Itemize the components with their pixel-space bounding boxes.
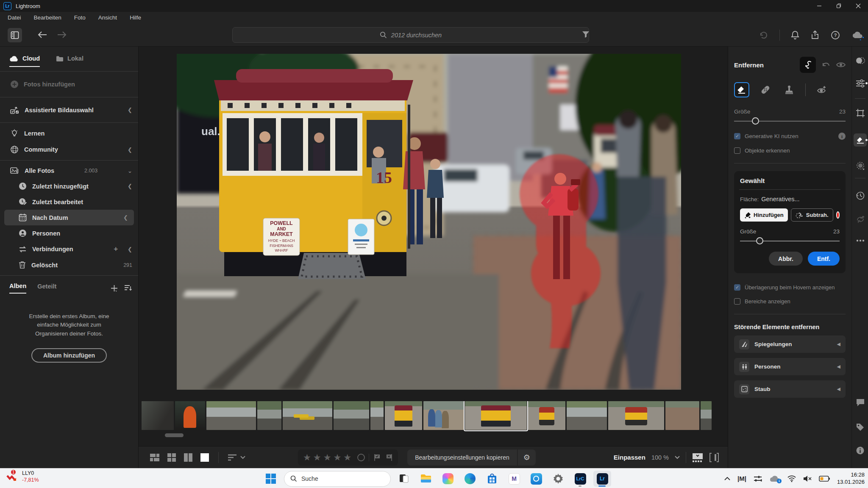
versions-sync-icon[interactable] <box>852 213 868 226</box>
detect-objects-checkbox[interactable] <box>734 147 740 154</box>
zoom-chevron-icon[interactable] <box>675 456 680 459</box>
sidebar-item-community[interactable]: Community ❮ <box>0 141 138 158</box>
slider-knob[interactable] <box>752 117 759 125</box>
sidebar-item-all-photos[interactable]: Alle Fotos 2.003 ⌄ <box>0 163 138 178</box>
sidebar-item-by-date[interactable]: Nach Datum ❮ <box>4 210 134 225</box>
wifi-icon[interactable] <box>787 475 796 482</box>
copy-edit-settings-button[interactable]: Bearbeitungseinstellungen kopieren ⚙ <box>407 449 536 466</box>
tab-albums[interactable]: Alben <box>9 283 26 294</box>
m-app-icon[interactable]: M <box>505 471 523 487</box>
search-input[interactable]: 2012 durchsuchen <box>232 27 589 43</box>
tray-clock[interactable]: 16:28 13.01.2026 <box>837 471 865 486</box>
distract-row-reflections[interactable]: Spiegelungen ◀ <box>734 336 846 353</box>
filmstrip-thumbnail[interactable] <box>334 401 369 430</box>
history-icon[interactable] <box>852 189 868 202</box>
panel-toggle-button[interactable] <box>8 28 22 42</box>
filmstrip-thumbnail[interactable] <box>665 401 699 430</box>
more-options-icon[interactable] <box>852 234 868 247</box>
close-button[interactable] <box>849 0 868 12</box>
slider-knob[interactable] <box>756 237 763 244</box>
detail-view-icon[interactable] <box>200 453 209 462</box>
chevron-down-icon[interactable]: ⌄ <box>128 168 132 174</box>
settings-icon[interactable] <box>549 471 567 487</box>
overlay-color-indicator[interactable] <box>836 211 840 219</box>
add-connection-icon[interactable]: + <box>114 245 118 253</box>
flag-reject-icon[interactable] <box>385 454 393 461</box>
content-aware-eye-tool[interactable] <box>814 82 829 97</box>
task-view-icon[interactable] <box>395 471 413 487</box>
masking-tool-icon[interactable] <box>852 160 868 172</box>
overlay-hover-checkbox[interactable]: ✓ <box>734 284 740 291</box>
taskbar-stock-widget[interactable]: 1 LLY0 -7,81% <box>6 470 39 483</box>
main-photo[interactable]: 15 POWELL AND MARKET HYDE ~ BEACH FISHER… <box>177 54 681 390</box>
remove-tool-icon-selected[interactable] <box>854 133 867 147</box>
filmstrip-toggle-icon[interactable] <box>692 453 703 462</box>
sidebar-item-deleted[interactable]: Gelöscht 291 <box>0 257 138 273</box>
photo-info-icon[interactable] <box>852 444 868 457</box>
distract-row-people[interactable]: Personen ◀ <box>734 358 846 375</box>
edge-browser-icon[interactable] <box>461 471 479 487</box>
menu-bearbeiten[interactable]: Bearbeiten <box>34 14 61 21</box>
filmstrip-thumbnail[interactable] <box>283 401 332 430</box>
minimize-button[interactable] <box>810 0 829 12</box>
help-icon[interactable]: ? <box>831 30 840 40</box>
grid-square-view-icon[interactable] <box>167 453 176 462</box>
remove-button[interactable]: Entf. <box>808 252 840 266</box>
cloud-sync-icon[interactable] <box>851 30 864 40</box>
copy-settings-gear-icon[interactable]: ⚙ <box>517 449 536 466</box>
filmstrip-thumbnail[interactable] <box>701 401 712 430</box>
menu-hilfe[interactable]: Hilfe <box>130 14 141 21</box>
flag-pick-icon[interactable] <box>373 454 381 461</box>
sidebar-item-recently-edited[interactable]: Zuletzt bearbeitet <box>0 194 138 210</box>
filter-button[interactable] <box>581 30 590 39</box>
grid-mixed-view-icon[interactable] <box>150 453 160 462</box>
menu-foto[interactable]: Foto <box>74 14 86 21</box>
sidebar-item-connections[interactable]: Verbindungen + ❮ <box>0 241 138 257</box>
filmstrip-thumbnail[interactable] <box>206 401 256 430</box>
copilot-icon[interactable] <box>439 471 457 487</box>
sort-icon[interactable] <box>228 454 245 461</box>
info-icon[interactable]: i <box>838 133 846 140</box>
battery-icon[interactable] <box>819 476 830 482</box>
sidebar-item-recently-added[interactable]: Zuletzt hinzugefügt ❮ <box>0 178 138 194</box>
brush-size-slider[interactable] <box>734 117 846 125</box>
tray-chevron-up-icon[interactable] <box>724 477 730 480</box>
tab-local[interactable]: Lokal <box>56 55 83 66</box>
menu-datei[interactable]: Datei <box>8 14 21 21</box>
color-label-circle[interactable] <box>357 453 365 462</box>
zoom-level[interactable]: 100 % <box>651 454 669 461</box>
filmstrip-scrollbar[interactable] <box>139 432 728 438</box>
crop-tool-icon[interactable] <box>852 107 868 119</box>
filmstrip-thumbnail[interactable] <box>423 401 464 430</box>
keywords-tag-icon[interactable] <box>852 421 868 433</box>
menu-ansicht[interactable]: Ansicht <box>98 14 117 21</box>
onedrive-cloud-icon[interactable]: i <box>769 475 780 482</box>
presets-icon[interactable] <box>852 54 868 67</box>
volume-muted-icon[interactable] <box>803 475 812 482</box>
area-value[interactable]: Generatives... <box>761 196 799 202</box>
share-icon[interactable] <box>810 30 820 40</box>
fit-label[interactable]: Einpassen <box>614 454 645 461</box>
taskbar-search[interactable]: Suche <box>284 471 391 487</box>
draw-gesture-button[interactable] <box>800 57 816 73</box>
add-album-button[interactable]: Album hinzufügen <box>31 348 107 363</box>
start-button[interactable] <box>262 471 280 487</box>
sidebar-item-people[interactable]: Personen <box>0 225 138 241</box>
tray-m-app-icon[interactable]: |M| <box>737 475 746 482</box>
two-up-view-icon[interactable] <box>184 453 193 462</box>
reset-undo-icon[interactable] <box>822 61 830 68</box>
add-to-selection-button[interactable]: Hinzufügen <box>740 208 788 222</box>
sort-albums-icon[interactable] <box>124 284 132 292</box>
filmstrip-thumbnail[interactable] <box>142 401 174 430</box>
visibility-eye-icon[interactable] <box>836 61 846 68</box>
restore-button[interactable] <box>829 0 849 12</box>
undo-icon[interactable] <box>759 31 768 39</box>
sidebar-item-assisted-selection[interactable]: Assistierte Bildauswahl ❮ <box>0 100 138 120</box>
lightroom-classic-icon[interactable]: LrC <box>571 471 589 487</box>
eraser-tool-selected[interactable] <box>734 82 749 97</box>
filmstrip-thumbnail[interactable] <box>567 401 607 430</box>
filmstrip-thumbnail[interactable] <box>385 401 422 430</box>
comments-icon[interactable] <box>852 396 868 409</box>
file-explorer-icon[interactable] <box>417 471 435 487</box>
tab-cloud[interactable]: Cloud <box>9 55 40 67</box>
